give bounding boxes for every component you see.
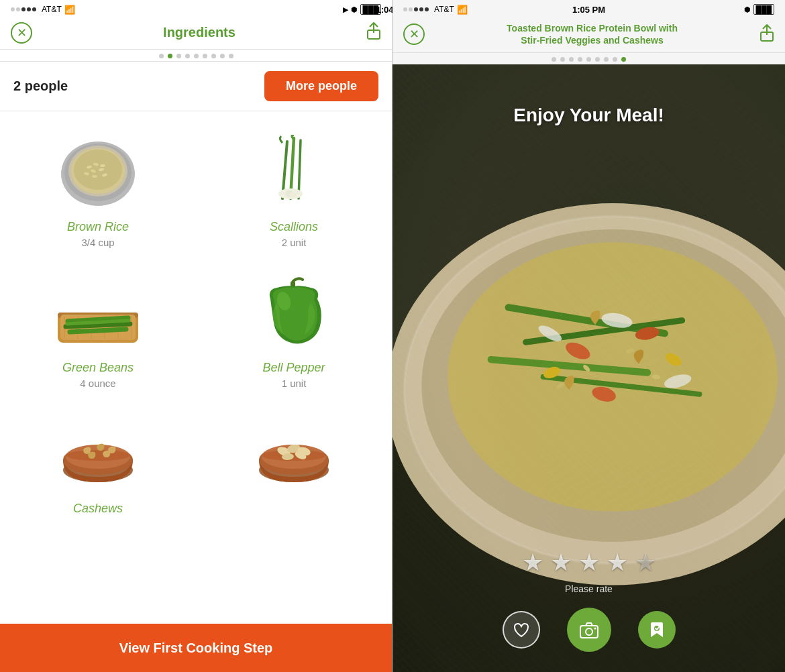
favorite-button[interactable] — [503, 611, 540, 649]
page-dot-0[interactable] — [159, 54, 164, 58]
page-dots-left — [0, 50, 392, 61]
green-beans-name: Green Beans — [62, 361, 134, 375]
carrier-label-right: AT&T — [434, 5, 454, 14]
signal-dot-5 — [32, 7, 36, 11]
page-dot-r7[interactable] — [613, 57, 617, 62]
page-dot-8[interactable] — [229, 54, 233, 58]
status-left-right: AT&T 📶 — [403, 5, 468, 15]
wifi-icon: 📶 — [64, 5, 75, 15]
enjoy-title: Enjoy Your Meal! — [392, 105, 785, 126]
people-row: 2 people More people — [0, 62, 392, 111]
svg-point-54 — [448, 242, 778, 511]
signal-dot-4 — [27, 7, 31, 11]
bookmark-icon — [649, 621, 664, 638]
signal-dot-r1 — [403, 7, 407, 11]
scallions-image — [247, 131, 341, 212]
wifi-icon-right: 📶 — [457, 5, 468, 15]
ingredient-scallions: Scallions 2 unit — [196, 118, 392, 259]
page-dot-r3[interactable] — [578, 57, 582, 62]
share-button-left[interactable] — [366, 22, 381, 43]
time-display: 1:04 PM — [376, 5, 392, 15]
brown-rice-image — [51, 131, 145, 212]
svg-point-73 — [586, 628, 592, 635]
right-phone: AT&T 📶 1:05 PM ⬢ ███ ✕ Toasted Brown Ric… — [392, 0, 785, 672]
svg-point-5 — [74, 150, 122, 190]
page-dot-r5[interactable] — [595, 57, 600, 62]
recipe-title-line2: Stir-Fried Veggies and Cashews — [430, 34, 754, 46]
left-phone: AT&T 📶 1:04 PM ▶ ⬢ ███ ✕ Ingredients — [0, 0, 392, 672]
status-bar-left: AT&T 📶 1:04 PM ▶ ⬢ ███ — [0, 0, 392, 16]
page-title-left: Ingredients — [163, 25, 235, 40]
close-icon: ✕ — [17, 25, 27, 40]
page-dot-7[interactable] — [220, 54, 225, 58]
star-5[interactable]: ★ — [635, 549, 656, 577]
page-dot-r2[interactable] — [569, 57, 574, 62]
please-rate-label: Please rate — [565, 583, 613, 594]
star-1[interactable]: ★ — [522, 549, 543, 577]
action-buttons — [503, 608, 676, 652]
camera-button[interactable] — [567, 608, 611, 652]
star-4[interactable]: ★ — [607, 549, 628, 577]
page-dot-r6[interactable] — [604, 57, 609, 62]
nuts-image — [247, 413, 341, 494]
status-right: ▶ ⬢ ███ — [343, 4, 381, 15]
page-dot-4[interactable] — [194, 54, 199, 58]
cashews-name: Cashews — [73, 502, 123, 516]
page-dot-r8[interactable] — [621, 57, 626, 62]
star-2[interactable]: ★ — [550, 549, 572, 577]
status-right-right: ⬢ ███ — [744, 4, 774, 15]
share-button-right[interactable] — [760, 24, 774, 45]
page-dot-5[interactable] — [203, 54, 207, 58]
people-count: 2 people — [13, 78, 68, 94]
signal-dot-r4 — [419, 7, 423, 11]
page-dot-r4[interactable] — [586, 57, 591, 62]
star-rating[interactable]: ★ ★ ★ ★ ★ — [522, 549, 656, 577]
signal-dot-1 — [11, 7, 15, 11]
bluetooth-icon-right: ⬢ — [744, 5, 751, 14]
green-beans-image — [51, 272, 145, 353]
svg-line-16 — [299, 140, 301, 199]
bell-pepper-image — [247, 272, 341, 353]
status-left: AT&T 📶 — [11, 5, 75, 15]
share-icon-right — [760, 24, 774, 42]
rating-section: ★ ★ ★ ★ ★ Please rate — [522, 549, 656, 594]
signal-dot-r5 — [425, 7, 429, 11]
green-beans-amount: 4 ounce — [80, 378, 115, 389]
ingredient-brown-rice: Brown Rice 3/4 cup — [0, 118, 196, 259]
brown-rice-amount: 3/4 cup — [81, 237, 114, 248]
close-button-left[interactable]: ✕ — [11, 22, 32, 44]
star-3[interactable]: ★ — [578, 549, 600, 577]
save-button[interactable] — [638, 611, 676, 649]
signal-dot-2 — [16, 7, 20, 11]
signal-dot-r2 — [409, 7, 413, 11]
scallions-name: Scallions — [270, 220, 318, 234]
page-dot-3[interactable] — [185, 54, 190, 58]
camera-icon — [579, 621, 599, 638]
location-icon: ▶ — [343, 5, 348, 14]
close-button-right[interactable]: ✕ — [403, 23, 425, 45]
recipe-title-line1: Toasted Brown Rice Protein Bowl with — [430, 22, 754, 34]
cashews-image — [51, 413, 145, 494]
battery-icon-right: ███ — [753, 4, 774, 15]
carrier-label: AT&T — [42, 5, 62, 14]
heart-icon — [513, 622, 529, 637]
ingredient-nuts — [196, 400, 392, 529]
signal-dot-3 — [21, 7, 25, 11]
view-first-step-button[interactable]: View First Cooking Step — [0, 624, 392, 672]
share-icon — [366, 22, 381, 40]
scallions-amount: 2 unit — [282, 237, 307, 248]
page-dot-r1[interactable] — [560, 57, 565, 62]
signal-dots — [11, 7, 36, 11]
bluetooth-icon: ⬢ — [351, 5, 358, 14]
page-dot-6[interactable] — [211, 54, 216, 58]
page-dot-r0[interactable] — [552, 57, 556, 62]
page-dot-2[interactable] — [176, 54, 181, 58]
svg-point-74 — [594, 628, 596, 630]
svg-point-19 — [290, 192, 297, 198]
ingredients-scroll: Brown Rice 3/4 cup — [0, 111, 392, 624]
more-people-button[interactable]: More people — [264, 71, 378, 101]
page-dot-1[interactable] — [168, 54, 172, 58]
time-display-right: 1:05 PM — [572, 5, 605, 15]
nav-bar-left: ✕ Ingredients — [0, 16, 392, 50]
meal-image-section: Enjoy Your Meal! ★ ★ ★ ★ ★ Please rate — [392, 64, 785, 672]
